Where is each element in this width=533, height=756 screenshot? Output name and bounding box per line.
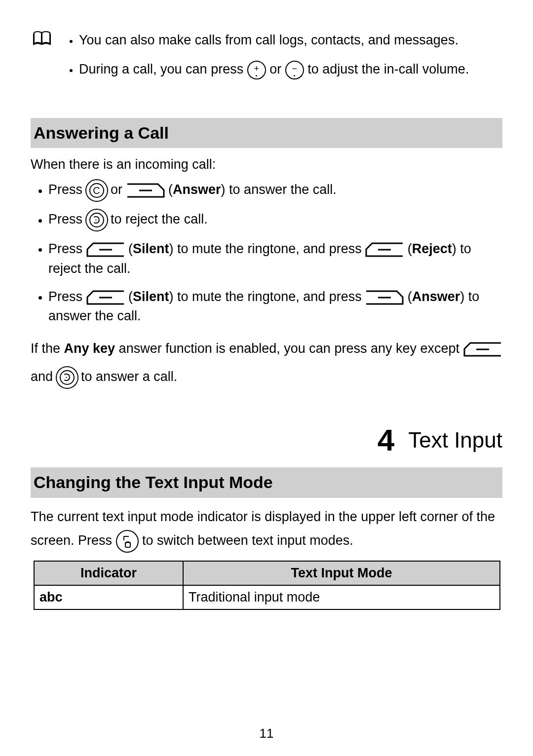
text: to switch between text input modes. xyxy=(142,533,353,548)
input-mode-table: Indicator Text Input Mode abc Traditiona… xyxy=(34,561,500,610)
right-softkey-icon xyxy=(463,342,502,357)
page-number: 11 xyxy=(0,724,533,743)
text: During a call, you can press xyxy=(79,62,247,76)
section-heading-answering: Answering a Call xyxy=(31,118,502,148)
right-softkey-icon xyxy=(86,242,125,257)
right-softkey-icon xyxy=(86,290,125,305)
text: If the xyxy=(31,341,64,356)
text: or xyxy=(269,62,285,76)
text: ) to answer the call. xyxy=(221,183,337,197)
note-item: You can also make calls from call logs, … xyxy=(79,31,502,50)
table-row: abc Traditional input mode xyxy=(34,585,500,609)
bold-label: Silent xyxy=(133,289,169,304)
chapter-title: 4Text Input xyxy=(31,425,502,455)
text: ) to mute the ringtone, and press xyxy=(169,241,366,256)
volume-up-icon: + xyxy=(247,61,266,79)
chapter-name: Text Input xyxy=(408,428,502,452)
bold-label: Reject xyxy=(412,241,452,256)
text: or xyxy=(111,183,126,197)
input-mode-key-icon xyxy=(116,530,139,553)
call-end-key-icon: Ͽ xyxy=(57,367,77,388)
text: answer function is enabled, you can pres… xyxy=(115,341,463,356)
text: Press xyxy=(48,289,86,304)
text: and xyxy=(31,369,57,384)
bold-label: Any key xyxy=(64,341,115,356)
list-item: Press C or (Answer) to answer the call. xyxy=(48,180,502,201)
text: Press xyxy=(48,241,86,256)
table-header-row: Indicator Text Input Mode xyxy=(34,561,500,585)
answering-intro: When there is an incoming call: xyxy=(31,155,502,174)
list-item: Press Ͽ to reject the call. xyxy=(48,210,502,230)
note-body: You can also make calls from call logs, … xyxy=(68,31,502,89)
note-item: During a call, you can press + or − to a… xyxy=(79,60,502,79)
call-answer-key-icon: C xyxy=(86,180,107,201)
left-softkey-icon xyxy=(126,183,165,198)
bold-label: Answer xyxy=(173,183,221,197)
text: to answer a call. xyxy=(81,369,177,384)
col-header-mode: Text Input Mode xyxy=(183,561,500,585)
anykey-paragraph: If the Any key answer function is enable… xyxy=(31,335,502,390)
cell-indicator: abc xyxy=(34,585,183,609)
book-note-icon xyxy=(33,31,51,89)
text: to adjust the in-call volume. xyxy=(307,62,469,76)
text: ) to mute the ringtone, and press xyxy=(169,289,366,304)
left-softkey-icon xyxy=(365,290,404,305)
bold-label: Silent xyxy=(133,241,169,256)
note-block: You can also make calls from call logs, … xyxy=(31,31,502,89)
text: to reject the call. xyxy=(111,212,208,227)
right-softkey-icon xyxy=(365,242,404,257)
list-item: Press (Silent) to mute the ringtone, and… xyxy=(48,287,502,326)
volume-down-icon: − xyxy=(285,61,304,79)
call-end-key-icon: Ͽ xyxy=(86,210,107,230)
answering-list: Press C or (Answer) to answer the call. … xyxy=(31,180,502,326)
cell-mode: Traditional input mode xyxy=(183,585,500,609)
chapter-number: 4 xyxy=(378,423,394,457)
section-heading-changing: Changing the Text Input Mode xyxy=(31,467,502,497)
changing-paragraph: The current text input mode indicator is… xyxy=(31,505,502,553)
col-header-indicator: Indicator xyxy=(34,561,183,585)
text: Press xyxy=(48,183,86,197)
bold-label: Answer xyxy=(412,289,460,304)
list-item: Press (Silent) to mute the ringtone, and… xyxy=(48,239,502,278)
text: Press xyxy=(48,212,86,227)
